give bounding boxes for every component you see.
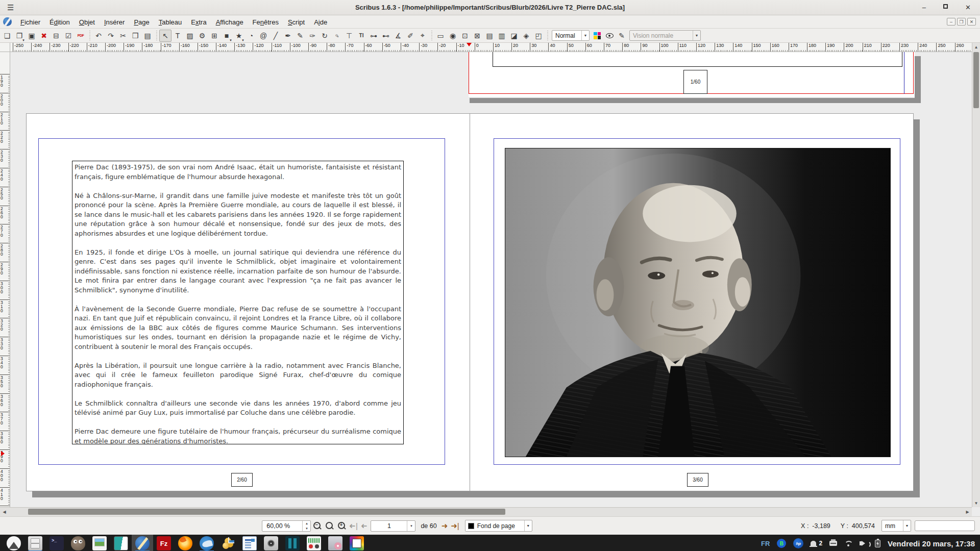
polygon-tool-icon[interactable]: ★▼ bbox=[233, 30, 245, 42]
taskbar-color-manager-icon[interactable] bbox=[346, 535, 368, 551]
page1-text-frame[interactable] bbox=[493, 52, 902, 67]
first-page-button[interactable]: ➜| bbox=[349, 521, 357, 531]
printer-icon[interactable] bbox=[829, 541, 837, 546]
minimize-button[interactable]: – bbox=[922, 4, 926, 11]
taskbar-file-manager-icon[interactable] bbox=[24, 535, 46, 551]
taskbar-notes-icon[interactable] bbox=[110, 535, 132, 551]
copy-icon[interactable]: ❒ bbox=[129, 30, 141, 42]
line-tool-icon[interactable]: ╱ bbox=[270, 30, 282, 42]
cut-icon[interactable]: ✂ bbox=[117, 30, 129, 42]
menu-affichage[interactable]: Affichage bbox=[211, 16, 248, 28]
pdf-radiobutton-icon[interactable]: ◉ bbox=[447, 30, 459, 42]
taskbar-image-viewer-icon[interactable] bbox=[89, 535, 110, 551]
vertical-scrollbar[interactable]: ▲ ▼ bbox=[972, 43, 980, 507]
page3-image-frame[interactable] bbox=[505, 148, 891, 457]
zoom-level-spinbox[interactable]: 60,00 % ▲▼ bbox=[262, 520, 311, 532]
image-quality-select[interactable]: Normal ▼ bbox=[552, 30, 590, 41]
vertical-scrollbar-thumb[interactable] bbox=[973, 52, 979, 108]
menu-inserer[interactable]: Insérer bbox=[100, 16, 129, 28]
pdf-checkbox-icon[interactable]: ⊠ bbox=[471, 30, 483, 42]
pdf-annotation-icon[interactable]: ◪ bbox=[508, 30, 520, 42]
clock[interactable]: Vendredi 20 mars, 17:38 bbox=[888, 539, 975, 548]
keyboard-layout-indicator[interactable]: FR bbox=[761, 540, 770, 547]
horizontal-ruler[interactable]: -250-240-230-220-210-200-190-180-170-160… bbox=[10, 43, 972, 52]
spiral-tool-icon[interactable]: @ bbox=[257, 30, 270, 42]
table-icon[interactable]: ⊞ bbox=[208, 30, 220, 42]
new-document-icon[interactable]: ❏ bbox=[1, 30, 13, 42]
taskbar-audio-speaker-icon[interactable] bbox=[260, 535, 282, 551]
maximize-button[interactable] bbox=[943, 4, 948, 9]
taskbar-finance-icon[interactable] bbox=[217, 535, 239, 551]
menu-script[interactable]: Script bbox=[283, 16, 309, 28]
ruler-origin-box[interactable] bbox=[0, 43, 10, 52]
rotate-tool-icon[interactable]: ↻ bbox=[318, 30, 331, 42]
spin-down-icon[interactable]: ▼ bbox=[407, 521, 415, 531]
edit-contents-icon[interactable]: ⊤ bbox=[343, 30, 355, 42]
taskbar-terminal-icon[interactable] bbox=[46, 535, 67, 551]
select-tool-icon[interactable]: ↖ bbox=[159, 30, 172, 42]
scroll-down-icon[interactable]: ▼ bbox=[972, 499, 980, 507]
menu-tableau[interactable]: Tableau bbox=[154, 16, 187, 28]
mdi-minimize-button[interactable]: – bbox=[947, 18, 955, 26]
export-pdf-icon[interactable]: PDF bbox=[75, 30, 87, 42]
open-icon[interactable]: ❐▼ bbox=[13, 30, 26, 42]
render-frame-icon[interactable]: ⚙ bbox=[196, 30, 208, 42]
link-text-frames-icon[interactable]: ⊶ bbox=[368, 30, 380, 42]
notifications-indicator[interactable]: 2 bbox=[811, 540, 822, 547]
mdi-close-button[interactable]: ✕ bbox=[967, 18, 976, 26]
menu-fenetres[interactable]: Fenêtres bbox=[248, 16, 283, 28]
pdf-combobox-icon[interactable]: ▤ bbox=[483, 30, 496, 42]
canvas[interactable]: 1/60 Pierre Dac (1893-1975), de son vrai… bbox=[10, 52, 972, 498]
wifi-icon[interactable] bbox=[844, 541, 852, 546]
previous-page-button[interactable]: ➜ bbox=[361, 521, 368, 531]
unit-select[interactable]: mm ▼ bbox=[881, 520, 911, 532]
scroll-left-icon[interactable]: ◀ bbox=[0, 508, 9, 516]
taskbar-thunderbird-icon[interactable] bbox=[196, 535, 217, 551]
battery-icon[interactable] bbox=[875, 540, 880, 547]
zoom-out-button[interactable]: − bbox=[312, 521, 322, 531]
taskbar-scribus-icon[interactable] bbox=[132, 535, 153, 551]
undo-icon[interactable]: ↶ bbox=[92, 30, 105, 42]
calligraphic-line-icon[interactable]: ✑ bbox=[306, 30, 318, 42]
color-management-toggle[interactable] bbox=[591, 30, 603, 42]
mdi-restore-button[interactable]: ❐ bbox=[957, 18, 966, 26]
layer-select[interactable]: Fond de page ▼ bbox=[465, 520, 532, 532]
shape-tool-icon[interactable]: ■▼ bbox=[220, 30, 233, 42]
image-frame-icon[interactable]: ▨ bbox=[184, 30, 196, 42]
pdf-pushbutton-icon[interactable]: ▭ bbox=[434, 30, 447, 42]
taskbar-applications-menu-icon[interactable] bbox=[3, 535, 24, 551]
hp-tool-icon[interactable]: hp bbox=[793, 538, 803, 548]
menu-page[interactable]: Page bbox=[129, 16, 154, 28]
copy-properties-icon[interactable]: ✐ bbox=[404, 30, 416, 42]
bluetooth-icon[interactable]: B bbox=[777, 539, 786, 548]
scroll-up-icon[interactable]: ▲ bbox=[972, 43, 980, 51]
spin-up-icon[interactable]: ▲ bbox=[303, 521, 310, 526]
eyedropper-icon[interactable]: ⌖ bbox=[416, 30, 429, 42]
scroll-right-icon[interactable]: ▶ bbox=[963, 508, 972, 516]
menu-fichier[interactable]: Fichier bbox=[16, 16, 45, 28]
paste-icon[interactable]: ▤ bbox=[141, 30, 154, 42]
pdf-link-icon[interactable]: ◈ bbox=[520, 30, 532, 42]
menu-objet[interactable]: Objet bbox=[75, 16, 100, 28]
pdf-textfield-icon[interactable]: ⊡ bbox=[459, 30, 471, 42]
menu-aide[interactable]: Aide bbox=[309, 16, 332, 28]
preflight-verifier-icon[interactable]: ☑ bbox=[62, 30, 75, 42]
close-document-icon[interactable]: ✖ bbox=[38, 30, 50, 42]
taskbar-media-player-icon[interactable] bbox=[303, 535, 325, 551]
taskbar-software-installer-icon[interactable] bbox=[325, 535, 346, 551]
print-icon[interactable]: ⊟ bbox=[50, 30, 62, 42]
menu-edition[interactable]: Édition bbox=[45, 16, 75, 28]
story-editor-icon[interactable]: TI bbox=[355, 30, 368, 42]
arc-tool-icon[interactable]: ◔ bbox=[245, 30, 257, 42]
page-number-spinbox[interactable]: 1 ▼ bbox=[371, 520, 415, 532]
close-button[interactable]: ✕ bbox=[965, 4, 971, 11]
taskbar-audio-mixer-icon[interactable] bbox=[282, 535, 303, 551]
taskbar-firefox-icon[interactable] bbox=[175, 535, 196, 551]
freehand-tool-icon[interactable]: ✎ bbox=[294, 30, 306, 42]
menu-extra[interactable]: Extra bbox=[186, 16, 211, 28]
taskbar-filezilla-icon[interactable]: Fz bbox=[153, 535, 175, 551]
next-page-button[interactable]: ➜ bbox=[442, 521, 448, 531]
save-icon[interactable]: ▣ bbox=[26, 30, 38, 42]
zoom-tool-icon[interactable]: ♀ bbox=[331, 30, 343, 42]
last-page-button[interactable]: ➜| bbox=[451, 521, 459, 531]
